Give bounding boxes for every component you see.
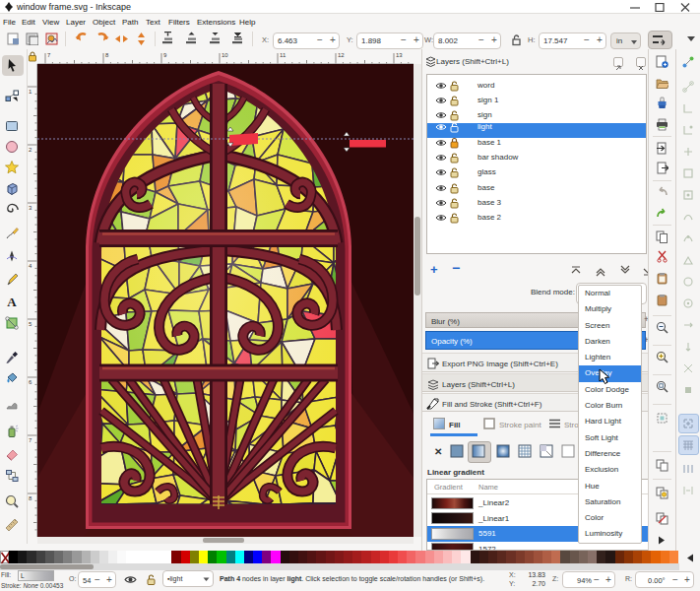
- svg-text:A: A: [7, 295, 17, 309]
- svg-text:10: 10: [222, 52, 228, 58]
- svg-text:11: 11: [280, 52, 286, 58]
- svg-text:13: 13: [396, 52, 403, 58]
- svg-text:12: 12: [338, 52, 345, 58]
